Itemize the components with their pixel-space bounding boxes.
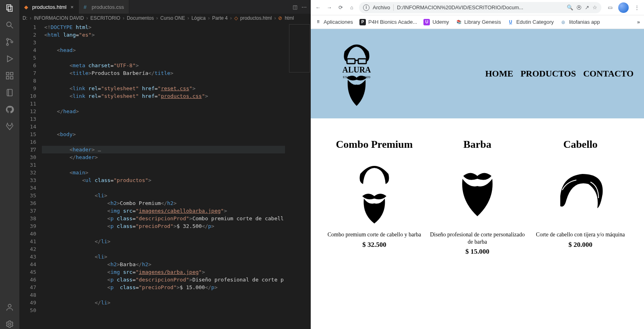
svg-rect-1 xyxy=(8,6,12,11)
bookmark-icon: ◎ xyxy=(560,19,567,25)
breadcrumb-segment[interactable]: D: xyxy=(23,15,27,21)
home-icon[interactable]: ⌂ xyxy=(348,4,356,12)
breadcrumb-segment[interactable]: productos.html xyxy=(240,15,272,21)
profile-avatar[interactable] xyxy=(618,2,629,13)
tab-productos-css[interactable]: # productos.css xyxy=(79,0,129,14)
svg-rect-17 xyxy=(358,59,366,64)
minimap[interactable] xyxy=(285,23,311,329)
svg-rect-9 xyxy=(10,72,13,75)
chrome-toolbar: ← → ⟳ ⌂ i Archivo D:/INFORMACION%20DAVID… xyxy=(311,0,644,15)
breadcrumb-segment[interactable]: INFORMACION DAVID xyxy=(34,15,84,21)
css-file-icon: # xyxy=(84,4,89,10)
notebook-icon[interactable] xyxy=(5,88,14,97)
bookmark-icon: U xyxy=(423,19,430,25)
svg-point-5 xyxy=(6,43,8,46)
back-icon[interactable]: ← xyxy=(314,4,322,12)
more-icon[interactable]: ⋯ xyxy=(301,4,307,10)
bookmark-item[interactable]: UEdutin Category xyxy=(508,19,554,25)
breadcrumb-segment[interactable]: html xyxy=(285,15,294,21)
product-price: $ 32.500 xyxy=(326,241,423,249)
bookmark-item[interactable]: 📚Library Genesis xyxy=(456,19,501,25)
extensions-icon[interactable] xyxy=(5,71,14,81)
breadcrumb-segment[interactable]: ESCRITORIO xyxy=(90,15,120,21)
bookmark-label: litofanias app xyxy=(569,19,600,25)
source-control-icon[interactable] xyxy=(5,37,14,47)
product-image xyxy=(429,158,526,226)
breadcrumbs[interactable]: D:› INFORMACION DAVID› ESCRITORIO› Docum… xyxy=(19,14,311,23)
search-icon[interactable]: 🔍 xyxy=(567,4,573,10)
bookmark-item[interactable]: ◎litofanias app xyxy=(560,19,600,25)
omnibox-url: D:/INFORMACION%20DAVID/ESCRITORIO/Docum.… xyxy=(397,4,564,10)
bookmarks-bar: ⠿AplicacionesPP4H Bionics Acade...UUdemy… xyxy=(311,15,644,29)
svg-rect-11 xyxy=(10,77,13,79)
fold-caret-icon[interactable]: › xyxy=(32,146,34,151)
bookmark-label: P4H Bionics Acade... xyxy=(368,19,417,25)
nav-productos[interactable]: PRODUCTOS xyxy=(520,68,576,79)
star-icon[interactable]: ☆ xyxy=(592,4,597,10)
tab-productos-html[interactable]: ◆ productos.html × xyxy=(19,0,79,14)
bookmark-item[interactable]: UUdemy xyxy=(423,19,449,25)
bookmark-item[interactable]: PP4H Bionics Acade... xyxy=(359,19,417,25)
account-icon[interactable] xyxy=(5,302,14,312)
bookmark-label: Aplicaciones xyxy=(324,19,353,25)
bookmark-item[interactable]: ⠿Aplicaciones xyxy=(315,19,353,25)
product-desc: Corte de cabello con tijera y/o máquina xyxy=(532,231,629,238)
breadcrumb-segment[interactable]: Documentos xyxy=(127,15,154,21)
html-file-icon: ◆ xyxy=(24,4,30,10)
github-icon[interactable] xyxy=(5,105,14,114)
product-title: Cabello xyxy=(532,139,629,151)
breadcrumb-segment[interactable]: Lógica xyxy=(192,15,206,21)
products-list: Combo Premium Combo premium corte de cab… xyxy=(311,118,644,272)
product-desc: Combo premium corte de cabello y barba xyxy=(326,231,423,238)
settings-gear-icon[interactable] xyxy=(5,319,14,329)
gitlab-icon[interactable] xyxy=(5,122,14,131)
html-file-icon: ◇ xyxy=(234,15,238,21)
omnibox-prefix: Archivo xyxy=(373,4,390,10)
separator xyxy=(393,4,394,11)
close-icon[interactable]: × xyxy=(70,4,74,10)
reading-list-icon[interactable]: ▭ xyxy=(606,4,614,12)
address-bar[interactable]: i Archivo D:/INFORMACION%20DAVID/ESCRITO… xyxy=(359,2,601,13)
bookmarks-overflow-icon[interactable]: » xyxy=(637,19,640,25)
minimap-viewport[interactable] xyxy=(289,24,310,72)
product-title: Barba xyxy=(429,139,526,151)
svg-point-14 xyxy=(8,304,11,307)
svg-text:ALURA: ALURA xyxy=(342,65,371,74)
editor-tabs: ◆ productos.html × # productos.css ◫ ⋯ xyxy=(19,0,311,14)
search-icon[interactable] xyxy=(5,20,14,30)
svg-rect-16 xyxy=(347,59,355,64)
split-editor-icon[interactable]: ◫ xyxy=(293,4,297,10)
page-content: ALURA ESTD 2020 HOME PRODUCTOS CONTACTO … xyxy=(311,29,644,329)
vscode-window: ◆ productos.html × # productos.css ◫ ⋯ D… xyxy=(0,0,311,329)
svg-point-15 xyxy=(8,323,11,325)
forward-icon[interactable]: → xyxy=(325,4,333,12)
bookmark-label: Library Genesis xyxy=(464,19,501,25)
reload-icon[interactable]: ⟳ xyxy=(336,4,345,12)
bookmark-icon: 📚 xyxy=(456,19,462,25)
product-cabello: Cabello Corte de cabello con tijera y/o … xyxy=(532,139,629,256)
bookmark-icon: U xyxy=(508,19,514,25)
explorer-icon[interactable] xyxy=(5,3,14,13)
nav-contacto[interactable]: CONTACTO xyxy=(583,68,634,79)
breadcrumb-segment[interactable]: Parte 4 xyxy=(212,15,228,21)
line-gutter: 1234567891011121314151617303132333435363… xyxy=(19,23,42,329)
tab-label: productos.css xyxy=(92,4,124,10)
bookmark-icon: P xyxy=(359,19,366,25)
svg-rect-10 xyxy=(6,77,9,79)
activity-bar xyxy=(0,0,19,329)
svg-point-6 xyxy=(11,41,13,43)
info-icon[interactable]: i xyxy=(363,4,369,11)
run-debug-icon[interactable] xyxy=(5,54,14,64)
svg-rect-8 xyxy=(6,72,9,75)
menu-icon[interactable]: ⋮ xyxy=(633,4,641,12)
code-content[interactable]: <!DOCTYPE html><html lang="es"> <head> <… xyxy=(42,23,311,329)
translate-icon[interactable]: ⦿ xyxy=(576,4,582,10)
code-editor[interactable]: 1234567891011121314151617303132333435363… xyxy=(19,23,311,329)
product-image xyxy=(532,158,629,226)
breadcrumb-segment[interactable]: Curso ONE xyxy=(160,15,185,21)
svg-line-3 xyxy=(11,26,13,29)
editor-actions: ◫ ⋯ xyxy=(289,0,311,14)
share-icon[interactable]: ↗ xyxy=(585,4,589,10)
nav-home[interactable]: HOME xyxy=(485,68,514,79)
html-tag-icon: ⊘ xyxy=(278,15,282,21)
